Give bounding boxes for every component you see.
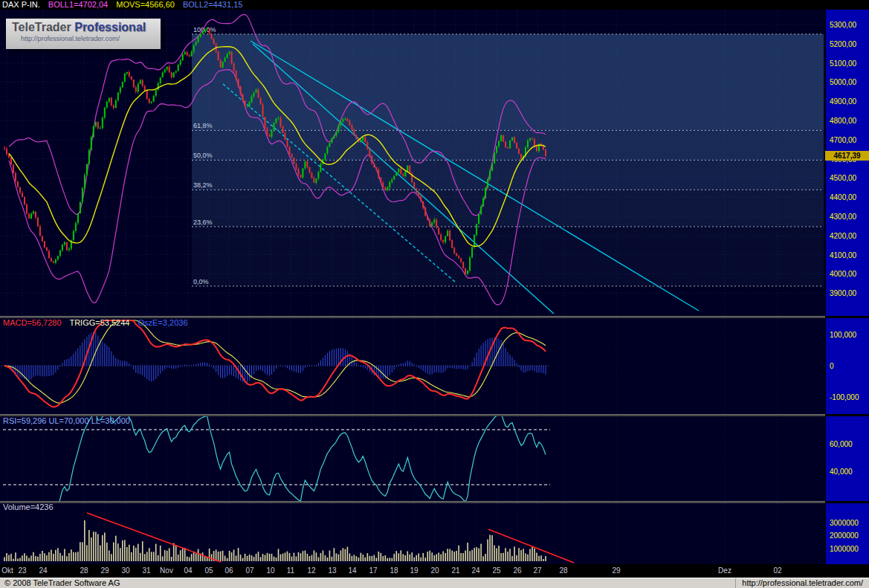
macd-axis-scale[interactable]: 100,0000-100,000 bbox=[826, 318, 869, 414]
logo-wordmark: TeleTrader Professional bbox=[12, 21, 156, 34]
macd-legend: MACD=56,7280 TRIGG=53,5244 OszE=3,2036 bbox=[3, 318, 194, 328]
volume-axis-label: 1000000 bbox=[830, 545, 859, 553]
price-axis-label: 5000,00 bbox=[830, 78, 856, 86]
time-axis-label: 24 bbox=[471, 566, 479, 575]
fib-level-label: 61,8% bbox=[193, 122, 213, 129]
status-url-label: http://professional.teletrader.com/ bbox=[735, 578, 869, 588]
last-price-badge: 4617,39 bbox=[825, 151, 869, 161]
status-bar: © 2008 TeleTrader Software AG http://pro… bbox=[0, 578, 869, 588]
volume-value-label: Volume=4236 bbox=[3, 503, 54, 511]
price-axis-label: 4400,00 bbox=[830, 193, 856, 201]
rsi-legend: RSI=59,296 UL=70,000 LL=30,000 bbox=[3, 416, 136, 426]
logo-brand-text: TeleTrader bbox=[12, 21, 71, 33]
fib-level-label: 23,6% bbox=[193, 219, 213, 226]
price-axis-label: 3900,00 bbox=[830, 289, 856, 297]
time-axis-label: 17 bbox=[369, 566, 377, 575]
price-axis-label: 4000,00 bbox=[830, 270, 856, 278]
time-axis-label: Dez bbox=[718, 566, 731, 575]
volume-panel[interactable]: Volume=4236 bbox=[0, 503, 825, 564]
time-axis-label: 21 bbox=[451, 566, 459, 575]
time-axis-label: 29 bbox=[612, 566, 620, 575]
boll1-value-label: BOLL1=4702,04 bbox=[48, 0, 108, 9]
volume-axis-label: 2000000 bbox=[830, 532, 859, 540]
rsi-axis-label: 60,000 bbox=[830, 440, 853, 448]
fib-level-label: 0,0% bbox=[193, 278, 209, 285]
price-axis-label: 4800,00 bbox=[830, 117, 856, 125]
osze-value-label: OszE=3,2036 bbox=[138, 318, 188, 327]
time-axis-label: 06 bbox=[224, 566, 233, 575]
trigg-value-label: TRIGG=53,5244 bbox=[69, 318, 129, 327]
fib-level-label: 38,2% bbox=[193, 181, 213, 189]
price-axis-label: 4100,00 bbox=[830, 251, 856, 259]
time-axis-label: 29 bbox=[100, 566, 109, 575]
teletrader-window: DAX P-IN. BOLL1=4702,04 MOVS=4566,60 BOL… bbox=[0, 0, 869, 588]
rsi-value-label: RSI=59,296 UL=70,000 LL=30,000 bbox=[3, 416, 130, 425]
time-axis-label: 05 bbox=[204, 566, 213, 575]
macd-indicator-panel[interactable]: MACD=56,7280 TRIGG=53,5244 OszE=3,2036 bbox=[0, 318, 825, 414]
volume-chart-canvas[interactable] bbox=[0, 503, 825, 564]
macd-axis-label: 0 bbox=[830, 362, 834, 370]
time-axis-label: 30 bbox=[121, 566, 129, 575]
price-axis-label: 4700,00 bbox=[830, 136, 856, 144]
time-axis-label: 31 bbox=[142, 566, 150, 575]
macd-axis-label: -100,000 bbox=[830, 393, 859, 401]
time-axis-label: 28 bbox=[80, 566, 88, 575]
price-axis-label: 4200,00 bbox=[830, 232, 856, 240]
time-axis-label: 27 bbox=[533, 566, 541, 575]
price-axis-label: 5100,00 bbox=[830, 59, 856, 68]
candlestick-chart-canvas[interactable]: 100,0%61,8%50,0%38,2%23,6%0,0% bbox=[0, 10, 825, 316]
time-axis-label: 25 bbox=[492, 566, 500, 575]
time-axis-label: 02 bbox=[773, 566, 781, 575]
logo-url-text: http://professional.teletrader.com/ bbox=[21, 35, 156, 42]
macd-chart-canvas[interactable] bbox=[0, 318, 825, 414]
time-axis-label: 13 bbox=[328, 566, 336, 575]
price-axis-label: 4500,00 bbox=[830, 174, 856, 182]
time-axis-label: 23 bbox=[18, 566, 26, 575]
symbol-label: DAX P-IN. bbox=[2, 0, 40, 9]
time-axis-label: 24 bbox=[39, 566, 47, 575]
main-price-chart-panel[interactable]: 100,0%61,8%50,0%38,2%23,6%0,0% TeleTrade… bbox=[0, 10, 825, 316]
time-axis-label: 10 bbox=[266, 566, 274, 575]
teletrader-logo: TeleTrader Professional http://professio… bbox=[6, 19, 161, 49]
time-axis-label: 14 bbox=[348, 566, 356, 575]
time-axis-label: 20 bbox=[430, 566, 439, 575]
rsi-axis-label: 40,000 bbox=[830, 468, 853, 476]
time-axis-label: 18 bbox=[390, 566, 398, 575]
price-axis-scale[interactable]: 5300,005200,005100,005000,004900,004800,… bbox=[826, 10, 869, 316]
time-axis-label: 04 bbox=[184, 566, 192, 575]
rsi-axis-scale[interactable]: 60,00040,000 bbox=[826, 416, 869, 501]
time-axis-label: 19 bbox=[410, 566, 418, 575]
volume-axis-label: 3000000 bbox=[830, 519, 859, 527]
copyright-label: © 2008 TeleTrader Software AG bbox=[0, 578, 120, 588]
movs-value-label: MOVS=4566,60 bbox=[116, 0, 175, 9]
macd-value-label: MACD=56,7280 bbox=[3, 318, 62, 327]
time-axis-label: Okt bbox=[1, 566, 13, 575]
time-axis-label: 11 bbox=[287, 566, 294, 575]
time-axis-label: 12 bbox=[307, 566, 315, 575]
time-axis[interactable]: Okt232428293031Nov0405060710111213141718… bbox=[0, 564, 825, 578]
rsi-chart-canvas[interactable] bbox=[0, 416, 825, 501]
time-axis-label: 28 bbox=[559, 566, 567, 575]
price-axis-label: 5200,00 bbox=[830, 40, 856, 48]
time-axis-label: 26 bbox=[513, 566, 521, 575]
fib-level-label: 50,0% bbox=[193, 152, 213, 159]
main-chart-legend: DAX P-IN. BOLL1=4702,04 MOVS=4566,60 BOL… bbox=[0, 0, 827, 10]
boll2-value-label: BOLL2=4431,15 bbox=[183, 0, 242, 9]
time-axis-label: 07 bbox=[245, 566, 253, 575]
macd-axis-label: 100,000 bbox=[830, 331, 856, 339]
price-axis-label: 4900,00 bbox=[830, 97, 856, 106]
volume-axis-scale[interactable]: 300000020000001000000 bbox=[826, 503, 869, 564]
price-axis-label: 4300,00 bbox=[830, 213, 856, 221]
value-axis-column: 5300,005200,005100,005000,004900,004800,… bbox=[825, 0, 869, 578]
logo-product-text: Professional bbox=[74, 21, 146, 33]
time-axis-label: Nov bbox=[160, 566, 173, 575]
volume-legend: Volume=4236 bbox=[3, 503, 59, 512]
rsi-indicator-panel[interactable]: RSI=59,296 UL=70,000 LL=30,000 bbox=[0, 416, 825, 501]
price-axis-label: 5300,00 bbox=[830, 21, 856, 29]
